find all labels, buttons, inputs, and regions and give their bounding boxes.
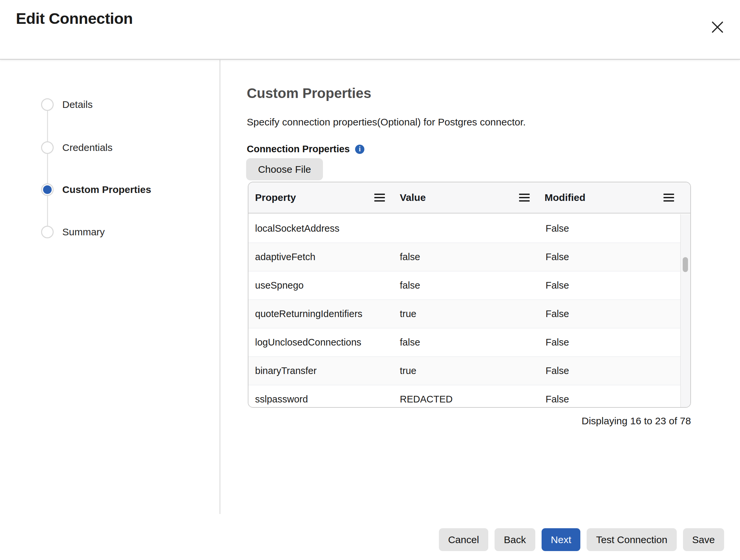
- property-column-menu-button[interactable]: [374, 193, 385, 202]
- table-row[interactable]: useSpnego false False: [249, 271, 680, 300]
- cell-property: sslpassword: [249, 385, 393, 408]
- cell-value: REDACTED: [393, 385, 538, 408]
- save-button[interactable]: Save: [683, 528, 724, 551]
- step-label-summary: Summary: [62, 226, 105, 238]
- cell-modified: False: [538, 243, 680, 271]
- cell-value: true: [393, 357, 538, 385]
- cell-value: false: [393, 243, 538, 271]
- stepper-item-custom-properties[interactable]: Custom Properties: [41, 183, 151, 196]
- cell-modified: False: [538, 385, 680, 408]
- table-row[interactable]: logUnclosedConnections false False: [249, 328, 680, 356]
- stepper-item-credentials[interactable]: Credentials: [41, 141, 113, 154]
- cell-property: adaptiveFetch: [249, 243, 393, 271]
- step-circle-summary: [41, 226, 54, 238]
- close-button[interactable]: [709, 18, 726, 36]
- cell-value: false: [393, 328, 538, 356]
- modal-header: Edit Connection: [0, 0, 740, 60]
- cancel-button[interactable]: Cancel: [439, 528, 488, 551]
- cell-property: binaryTransfer: [249, 357, 393, 385]
- test-connection-button[interactable]: Test Connection: [587, 528, 676, 551]
- vertical-scrollbar-thumb[interactable]: [683, 257, 688, 272]
- connection-properties-label-row: Connection Properties i: [247, 144, 364, 154]
- stepper-item-summary[interactable]: Summary: [41, 226, 105, 238]
- cell-modified: False: [538, 357, 680, 385]
- step-circle-credentials: [41, 141, 54, 154]
- close-icon: [711, 20, 724, 34]
- step-circle-details: [41, 98, 54, 111]
- choose-file-button[interactable]: Choose File: [246, 158, 323, 181]
- hamburger-menu-icon: [519, 193, 530, 202]
- table-row[interactable]: binaryTransfer true False: [249, 356, 680, 385]
- sidebar-divider: [219, 60, 220, 514]
- cell-modified: False: [538, 300, 680, 328]
- page-title: Custom Properties: [247, 85, 371, 101]
- vertical-scrollbar-track[interactable]: [680, 214, 690, 407]
- pagination-status: Displaying 16 to 23 of 78: [582, 415, 691, 427]
- table-header-value: Value: [393, 182, 538, 213]
- table-header-property: Property: [249, 182, 393, 213]
- back-button[interactable]: Back: [494, 528, 535, 551]
- hamburger-menu-icon: [663, 193, 674, 202]
- modified-column-menu-button[interactable]: [663, 193, 674, 202]
- cell-property: quoteReturningIdentifiers: [249, 300, 393, 328]
- step-circle-custom-properties: [41, 183, 54, 196]
- step-label-custom-properties: Custom Properties: [62, 184, 151, 195]
- hamburger-menu-icon: [374, 193, 385, 202]
- cell-property: useSpnego: [249, 271, 393, 300]
- table-row[interactable]: adaptiveFetch false False: [249, 243, 680, 271]
- cell-modified: False: [538, 328, 680, 356]
- stepper-item-details[interactable]: Details: [41, 98, 93, 111]
- cell-modified: False: [538, 214, 680, 243]
- cell-value: false: [393, 271, 538, 300]
- cell-value: true: [393, 300, 538, 328]
- footer-actions: Cancel Back Next Test Connection Save: [0, 528, 740, 551]
- value-column-menu-button[interactable]: [519, 193, 530, 202]
- cell-property: logUnclosedConnections: [249, 328, 393, 356]
- table-body: localSocketAddress False adaptiveFetch f…: [249, 214, 680, 408]
- step-label-credentials: Credentials: [62, 142, 113, 153]
- modal-title: Edit Connection: [16, 9, 133, 27]
- cell-modified: False: [538, 271, 680, 300]
- cell-value: [393, 214, 538, 243]
- connection-properties-label: Connection Properties: [247, 144, 350, 154]
- table-row[interactable]: localSocketAddress False: [249, 214, 680, 243]
- stepper-connector-line: [47, 109, 48, 226]
- table-row[interactable]: quoteReturningIdentifiers true False: [249, 300, 680, 328]
- cell-property: localSocketAddress: [249, 214, 393, 243]
- table-header-row: Property Value Modified: [249, 182, 690, 214]
- next-button[interactable]: Next: [542, 528, 581, 551]
- page-description: Specify connection properties(Optional) …: [247, 116, 526, 128]
- connection-properties-table: Property Value Modified: [248, 182, 691, 408]
- table-row[interactable]: sslpassword REDACTED False: [249, 385, 680, 408]
- info-icon[interactable]: i: [355, 145, 364, 154]
- table-header-modified: Modified: [538, 182, 690, 213]
- step-label-details: Details: [62, 99, 93, 110]
